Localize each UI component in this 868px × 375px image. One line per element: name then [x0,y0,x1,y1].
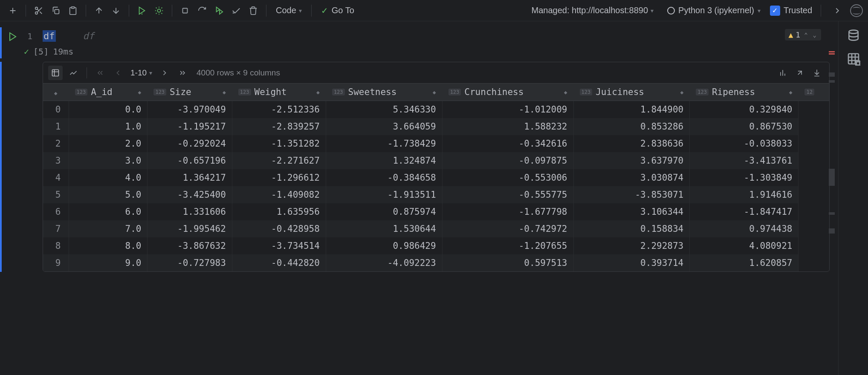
cell: -1.847417 [690,203,799,220]
table-toolbar: 1-10 ▾ 4000 rows × 9 columns [43,62,829,84]
cell: 3.664059 [326,118,442,135]
paste-button[interactable] [65,3,81,18]
svg-point-0 [35,7,38,9]
cell: -0.038033 [690,135,799,152]
sort-icon: ◆ [54,90,58,96]
table-row[interactable]: 11.0-1.195217-2.8392573.6640591.5882320.… [43,118,829,135]
clear-outputs-button[interactable] [229,3,244,18]
table-row[interactable]: 55.0-3.425400-1.409082-1.913511-0.555775… [43,186,829,203]
column-header[interactable]: 123A_id◆ [69,84,148,101]
cell: 2.0 [69,135,148,152]
kernel-dropdown[interactable]: Python 3 (ipykernel) ▾ [663,6,765,15]
data-table[interactable]: ◆123A_id◆123Size◆123Weight◆123Sweetness◆… [43,84,829,271]
copy-button[interactable] [48,3,64,18]
statistics-button[interactable] [775,66,790,80]
column-header[interactable]: 123Weight◆ [232,84,326,101]
chevron-down-icon: ▾ [758,7,761,14]
cut-button[interactable] [31,3,46,18]
svg-marker-8 [220,9,223,14]
column-header[interactable]: 123Ripeness◆ [690,84,799,101]
jupyter-icon [850,4,863,17]
trusted-toggle[interactable]: ✓ Trusted [770,6,812,16]
inspection-badge[interactable]: ▲ 1 ⌃ ⌄ [785,29,821,40]
chart-view-button[interactable] [66,66,81,80]
row-index: 6 [43,203,69,220]
column-header[interactable]: 123Juiciness◆ [573,84,690,101]
prev-warning-button[interactable]: ⌃ [803,32,809,38]
last-page-button[interactable] [175,66,190,80]
code-cell: 1 df df ✓ [5] 19ms [0,21,838,58]
cell: 0.329840 [690,101,799,118]
expand-right-button[interactable] [830,3,845,18]
index-column-header[interactable]: ◆ [43,84,69,101]
cell-type-dropdown[interactable]: Code ▾ [272,6,306,15]
next-warning-button[interactable]: ⌄ [812,32,818,38]
cell: 1.914616 [690,186,799,203]
restart-button[interactable] [194,3,210,18]
delete-cell-button[interactable] [246,3,261,18]
type-badge: 123 [580,89,593,95]
column-name: Size [170,87,191,97]
move-up-button[interactable] [91,3,107,18]
line-number: 1 [24,31,32,41]
cell: -0.097875 [442,152,573,169]
cell: -3.425400 [148,186,232,203]
editor-minimap[interactable] [829,51,835,375]
check-icon: ✓ [321,6,328,16]
next-page-button[interactable] [157,66,172,80]
cell: -3.867632 [148,237,232,254]
database-tool-button[interactable] [847,29,860,44]
column-header[interactable]: 123Size◆ [148,84,232,101]
move-down-button[interactable] [108,3,124,18]
first-page-button[interactable] [93,66,107,80]
table-row[interactable]: 77.0-1.995462-0.4289581.530644-0.7429720… [43,220,829,237]
table-summary: 4000 rows × 9 columns [193,68,280,78]
cell: -0.442820 [232,254,326,271]
column-name: A_id [91,87,113,97]
export-button[interactable] [810,66,824,80]
cell: -1.303849 [690,169,799,186]
cell: 3.106344 [573,203,690,220]
page-range-dropdown[interactable]: 1-10 ▾ [129,68,154,78]
column-name: Ripeness [712,87,755,97]
svg-marker-9 [10,33,16,40]
code-hint: df [83,31,95,41]
table-row[interactable]: 22.0-0.292024-1.351282-1.738429-0.342616… [43,135,829,152]
table-row[interactable]: 00.0-3.970049-2.5123365.346330-1.0120091… [43,101,829,118]
server-dropdown[interactable]: Managed: http://localhost:8890 ▾ [527,6,658,15]
table-row[interactable]: 99.0-0.727983-0.442820-4.0922230.5975130… [43,254,829,271]
table-row[interactable]: 44.01.364217-1.296612-0.384658-0.5530063… [43,169,829,186]
execution-status: ✓ [5] 19ms [24,45,838,58]
cell: 4.0 [69,169,148,186]
cell: 9.0 [69,254,148,271]
kernel-label: Python 3 (ipykernel) [678,6,754,15]
cell: -1.677798 [442,203,573,220]
cell: 1.635956 [232,203,326,220]
table-view-button[interactable] [48,66,63,80]
table-row[interactable]: 66.01.3316061.6359560.875974-1.6777983.1… [43,203,829,220]
trusted-label: Trusted [784,6,812,15]
svg-rect-10 [52,69,59,76]
table-tool-button[interactable] [847,52,860,67]
kernel-idle-icon [667,7,675,14]
svg-rect-2 [55,9,59,14]
open-new-tab-button[interactable] [793,66,807,80]
table-row[interactable]: 33.0-0.657196-2.2716271.324874-0.0978753… [43,152,829,169]
prev-page-button[interactable] [111,66,125,80]
warning-icon: ▲ [788,30,793,39]
run-cell-button[interactable] [134,3,150,18]
column-header[interactable]: 123Sweetness◆ [326,84,442,101]
table-row[interactable]: 88.0-3.867632-3.7345140.986429-1.2076552… [43,237,829,254]
run-cell-gutter-button[interactable] [0,27,24,58]
cell: -0.428958 [232,220,326,237]
goto-button[interactable]: ✓ Go To [317,6,359,16]
stop-button[interactable] [177,3,193,18]
debug-button[interactable] [151,3,167,18]
column-header[interactable]: 123Crunchiness◆ [442,84,573,101]
run-all-button[interactable] [211,3,227,18]
add-cell-button[interactable] [5,3,20,18]
sort-icon: ◆ [564,89,567,95]
column-header[interactable]: 12 [799,84,829,101]
code-input[interactable]: df [43,31,56,41]
svg-point-5 [157,9,160,12]
